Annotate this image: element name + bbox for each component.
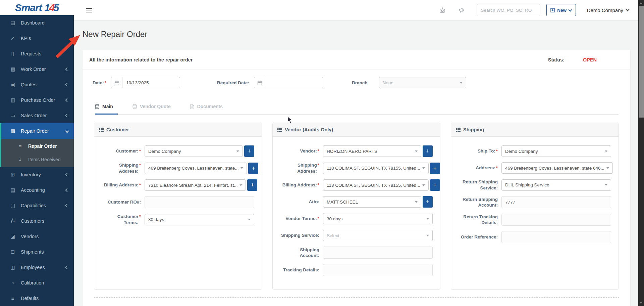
- return-tracking-details-input[interactable]: [501, 214, 611, 226]
- company-menu[interactable]: Demo Company: [587, 7, 629, 13]
- sidebar-item-inventory[interactable]: ⊞Inventory: [0, 167, 74, 182]
- th-list-icon: [277, 128, 282, 132]
- sidebar-item-employees[interactable]: ◫Employees: [0, 260, 74, 275]
- accounting-icon: ▤: [9, 187, 16, 193]
- sidebar-item-defaults[interactable]: ≡Defaults: [0, 291, 74, 306]
- sidebar-item-shipments[interactable]: ⊟Shipments: [0, 244, 74, 260]
- branch-select[interactable]: None: [379, 77, 466, 88]
- work-order-icon: ▦: [9, 66, 16, 72]
- sidebar-item-requests[interactable]: ▯Requests: [0, 46, 74, 61]
- scroll-up-arrow-icon[interactable]: [640, 2, 642, 4]
- new-button-label: New: [557, 8, 567, 13]
- sidebar-item-dashboard[interactable]: ▤Dashboard: [0, 15, 74, 31]
- sidebar-item-customers[interactable]: ⁂Customers: [0, 213, 74, 229]
- caret-down-icon: [460, 82, 463, 84]
- scroll-down-arrow-icon[interactable]: [640, 302, 642, 304]
- field-row: Customer RO#:: [100, 196, 254, 208]
- sidebar-item-vendors[interactable]: ◪Vendors: [0, 229, 74, 244]
- attn-select[interactable]: MATT SCHEEL: [323, 196, 421, 208]
- sidebar-item-capabilities[interactable]: ▢Capabilities: [0, 198, 74, 213]
- sidebar-item-quotes[interactable]: ▣Quotes: [0, 77, 74, 92]
- smart145-logo[interactable]: Smart 145: [0, 0, 74, 15]
- sidebar-item-purchase-order[interactable]: ▥Purchase Order: [0, 92, 74, 108]
- add-vendor-button[interactable]: +: [423, 145, 433, 157]
- customer-select[interactable]: Demo Company: [145, 145, 243, 157]
- field-row: Return Tracking Details:: [457, 214, 611, 226]
- required-date-calendar-button[interactable]: [254, 77, 265, 88]
- tab-vendor-quote[interactable]: Vendor Quote: [132, 104, 175, 115]
- status-label: Status:: [548, 57, 565, 62]
- sidebar-subitem-items-received[interactable]: ↧Items Received: [1, 153, 74, 166]
- vendor-terms-select[interactable]: 30 days: [323, 213, 433, 224]
- tab-bar: Main Vendor Quote Documents: [95, 104, 619, 115]
- return-shipping-service-select[interactable]: DHL Shipping Service: [501, 179, 611, 191]
- card-header: All the information related to the repai…: [83, 50, 630, 70]
- add-billing-address-button[interactable]: +: [247, 179, 257, 191]
- customer-panel: Customer Customer:* Demo Company +: [94, 123, 262, 290]
- field-row: Shipping Service: Select: [279, 230, 433, 241]
- scrollbar-thumb[interactable]: [639, 6, 644, 118]
- required-date-input[interactable]: [265, 77, 323, 88]
- shipping-service-select[interactable]: Select: [323, 230, 433, 241]
- customer-billing-address-select[interactable]: 7310 Eleanore Stream Apt. 214, Feilfort,…: [145, 179, 246, 191]
- new-button[interactable]: New: [546, 4, 576, 16]
- field-row: Vendor Terms:* 30 days: [279, 213, 433, 224]
- chevron-left-icon: [65, 83, 69, 86]
- sidebar-item-repair-order[interactable]: ▩Repair Order: [1, 123, 74, 139]
- shipments-icon: ⊟: [9, 249, 16, 255]
- vendor-shipping-address-select[interactable]: 118 COLIMA ST, SEGUIN, TX 78155, United.…: [323, 163, 429, 174]
- ship-to-select[interactable]: Demo Company: [501, 145, 611, 157]
- search-input[interactable]: [477, 4, 540, 16]
- tab-main[interactable]: Main: [95, 104, 118, 115]
- tracking-details-input[interactable]: [323, 264, 433, 276]
- shipping-account-input[interactable]: [323, 247, 433, 259]
- sidebar-item-calibration[interactable]: ◔Calibration: [0, 275, 74, 291]
- sidebar-item-kpis[interactable]: ↗KPIs: [0, 31, 74, 46]
- sidebar-item-accounting[interactable]: ▤Accounting: [0, 182, 74, 198]
- sidebar-item-sales-order[interactable]: ▭Sales Order: [0, 108, 74, 123]
- chevron-down-icon: [568, 8, 572, 11]
- vendor-select[interactable]: HORIZON AERO PARTS: [323, 145, 421, 157]
- sidebar-subitem-repair-order[interactable]: ≡Repair Order: [1, 139, 74, 153]
- capabilities-icon: ▢: [9, 203, 16, 209]
- assistant-bot-icon[interactable]: [439, 7, 446, 13]
- field-row: Shipping Address:* 469 Breitenberg Coves…: [100, 162, 254, 174]
- ship-address-select[interactable]: 469 Breitenberg Coves, Lessiehaven, stat…: [501, 162, 613, 174]
- order-reference-input[interactable]: [501, 231, 611, 243]
- sidebar-item-work-order[interactable]: ▦Work Order: [0, 61, 74, 77]
- plus-square-icon: [550, 8, 555, 12]
- quotes-icon: ▣: [9, 82, 16, 88]
- status-group: Status: OPEN: [548, 57, 597, 62]
- caret-down-icon: [422, 184, 425, 186]
- return-shipping-account-input[interactable]: [501, 196, 611, 208]
- required-date-label: Required Date:: [217, 80, 249, 85]
- announcements-icon[interactable]: [459, 7, 465, 13]
- add-shipping-address-button[interactable]: +: [248, 163, 258, 174]
- caret-down-icon: [236, 150, 239, 152]
- chevron-left-icon: [65, 67, 69, 71]
- vendor-panel: Vendor (Audits Only) Vendor:* HORIZON AE…: [272, 123, 440, 290]
- defaults-icon: ≡: [9, 296, 16, 301]
- repair-order-icon: ▩: [9, 128, 16, 134]
- caret-down-icon: [426, 218, 429, 220]
- customer-terms-select[interactable]: 30 days: [145, 214, 254, 225]
- customer-ro-input[interactable]: [145, 196, 254, 208]
- add-attn-button[interactable]: +: [423, 196, 433, 208]
- customer-shipping-address-select[interactable]: 469 Breitenberg Coves, Lessiehaven, stat…: [145, 163, 247, 174]
- date-calendar-button[interactable]: [111, 77, 122, 88]
- tab-documents[interactable]: Documents: [190, 104, 227, 115]
- add-customer-button[interactable]: +: [244, 145, 254, 157]
- date-input[interactable]: [122, 77, 180, 88]
- field-row: Billing Address:* 7310 Eleanore Stream A…: [100, 179, 254, 191]
- field-row: Billing Address:* 118 COLIMA ST, SEGUIN,…: [279, 179, 433, 191]
- add-vendor-shipping-address-button[interactable]: +: [430, 163, 440, 174]
- vendor-billing-address-select[interactable]: 118 COLIMA ST, SEGUIN, TX 78155, United.…: [323, 179, 429, 191]
- chevron-left-icon: [65, 204, 69, 207]
- sidebar: Smart 145 ▤Dashboard ↗KPIs ▯Requests ▦Wo…: [0, 0, 74, 306]
- page-scrollbar[interactable]: [638, 0, 644, 306]
- chevron-left-icon: [65, 114, 69, 117]
- menu-toggle-button[interactable]: [86, 7, 92, 13]
- requests-icon: ▯: [9, 51, 16, 57]
- add-vendor-billing-address-button[interactable]: +: [430, 179, 440, 191]
- main-column: New Demo Company New Repair Order All th…: [74, 0, 638, 306]
